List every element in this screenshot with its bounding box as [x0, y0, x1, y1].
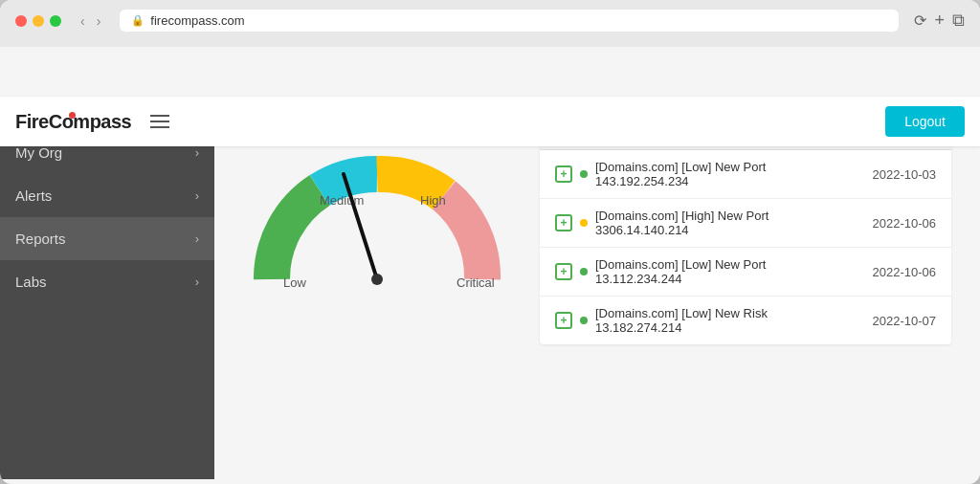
address-bar: 🔒 firecompass.com [120, 10, 899, 32]
hamburger-button[interactable] [146, 111, 173, 132]
row-title: [Domains.com] [Low] New Port 143.192.254… [595, 160, 821, 188]
status-dot [580, 170, 588, 178]
traffic-lights [15, 15, 61, 27]
sidebar-item-label: Reports [15, 231, 66, 247]
chevron-right-icon: › [195, 275, 199, 289]
row-title-cell: + [Domains.com] [Low] New Port 13.112.23… [555, 257, 821, 286]
date-cell: 2022-10-07 [821, 314, 936, 328]
main-content: Risk Meter [214, 97, 980, 479]
alerts-table: Title Generated At + [Domains.com] [Low]… [540, 116, 951, 344]
back-button[interactable]: ‹ [77, 11, 89, 31]
logout-button[interactable]: Logout [885, 106, 965, 137]
row-title-cell: + [Domains.com] [Low] New Risk 13.182.27… [555, 306, 821, 335]
high-label: High [420, 193, 446, 208]
app-header: FireCompass Logout [0, 97, 980, 146]
gauge-container: Low Medium High Critical [243, 145, 511, 298]
chevron-right-icon: › [195, 188, 199, 203]
date-cell: 2022-10-06 [821, 216, 936, 231]
status-dot [580, 317, 588, 324]
table-row: + [Domains.com] [Low] New Port 13.112.23… [540, 248, 951, 297]
row-title: [Domains.com] [High] New Port 3306.14.14… [595, 209, 821, 237]
sidebar-item-label: Labs [15, 274, 47, 290]
row-title: [Domains.com] [Low] New Port 13.112.234.… [595, 257, 821, 286]
close-traffic-light[interactable] [15, 15, 27, 27]
forward-button[interactable]: › [93, 11, 105, 31]
sidebar: SECURITY STRATEGY My Org › Alerts › Repo… [0, 97, 214, 479]
table-row: + [Domains.com] [Low] New Risk 13.182.27… [540, 297, 951, 344]
maximize-traffic-light[interactable] [50, 15, 61, 27]
sidebar-item-label: Alerts [15, 187, 52, 204]
logo: FireCompass [15, 111, 131, 133]
sidebar-item-label: My Org [15, 144, 62, 161]
status-dot [580, 219, 588, 227]
minimize-traffic-light[interactable] [33, 15, 44, 27]
expand-button[interactable]: + [555, 214, 572, 231]
status-dot [580, 268, 588, 275]
chevron-right-icon: › [195, 145, 199, 160]
date-cell: 2022-10-03 [821, 167, 936, 182]
gauge-svg: Low Medium High Critical [243, 145, 511, 298]
expand-button[interactable]: + [555, 165, 572, 183]
row-title-cell: + [Domains.com] [Low] New Port 143.192.2… [555, 160, 821, 188]
chevron-right-icon: › [195, 231, 199, 246]
hamburger-icon [150, 121, 169, 122]
lock-icon: 🔒 [131, 14, 145, 27]
expand-button[interactable]: + [555, 312, 572, 329]
url-text: firecompass.com [150, 13, 244, 28]
windows-button[interactable]: ⧉ [952, 11, 965, 31]
row-title: [Domains.com] [Low] New Risk 13.182.274.… [595, 306, 821, 335]
date-cell: 2022-10-06 [821, 265, 936, 279]
medium-label: Medium [320, 193, 364, 208]
sidebar-item-alerts[interactable]: Alerts › [0, 174, 214, 217]
reload-button[interactable]: ⟳ [914, 11, 926, 30]
table-row: + [Domains.com] [High] New Port 3306.14.… [540, 199, 951, 248]
row-title-cell: + [Domains.com] [High] New Port 3306.14.… [555, 209, 821, 237]
table-row: + [Domains.com] [Low] New Port 143.192.2… [540, 150, 951, 199]
sidebar-item-reports[interactable]: Reports › [0, 217, 214, 260]
gauge-needle-base [371, 274, 383, 285]
hamburger-icon [150, 126, 169, 128]
low-label: Low [283, 275, 306, 290]
sidebar-item-labs[interactable]: Labs › [0, 260, 214, 303]
expand-button[interactable]: + [555, 263, 572, 280]
critical-label: Critical [457, 275, 495, 290]
new-tab-button[interactable]: + [934, 11, 945, 31]
hamburger-icon [150, 115, 169, 117]
